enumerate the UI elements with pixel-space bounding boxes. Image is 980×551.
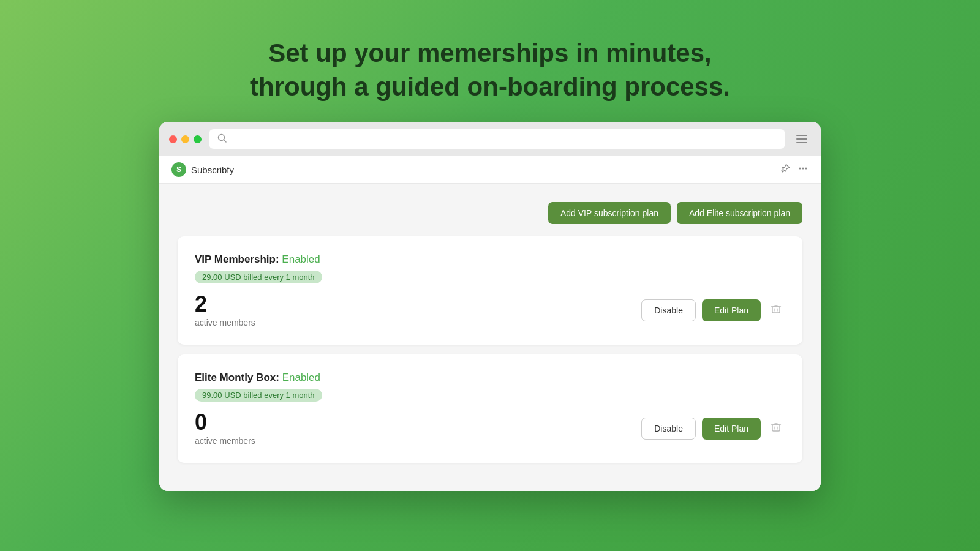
close-button[interactable] <box>169 135 177 143</box>
elite-edit-button[interactable]: Edit Plan <box>702 418 761 440</box>
elite-members: 0 active members <box>195 411 255 446</box>
traffic-lights <box>169 135 202 143</box>
pin-icon[interactable] <box>780 163 790 176</box>
svg-rect-10 <box>772 425 780 431</box>
svg-line-1 <box>224 140 226 142</box>
main-content: Add VIP subscription plan Add Elite subs… <box>159 184 821 491</box>
elite-count-label: active members <box>195 436 255 446</box>
hero-line2: through a guided on-boarding process. <box>250 72 730 101</box>
elite-plan-title: Elite Montly Box: Enabled <box>195 372 785 384</box>
vip-disable-button[interactable]: Disable <box>641 299 696 321</box>
svg-point-4 <box>805 168 807 170</box>
vip-count: 2 <box>195 293 255 315</box>
menu-line <box>796 138 807 140</box>
vip-plan-actions: Disable Edit Plan <box>641 299 785 321</box>
elite-plan-card: Elite Montly Box: Enabled 99.00 USD bill… <box>178 354 802 463</box>
elite-plan-badge: 99.00 USD billed every 1 month <box>195 389 322 402</box>
address-bar[interactable] <box>209 129 785 149</box>
vip-plan-bottom: 2 active members Disable Edit Plan <box>195 293 785 328</box>
app-icon: S <box>172 162 186 177</box>
action-bar: Add VIP subscription plan Add Elite subs… <box>178 202 802 224</box>
svg-point-3 <box>802 168 804 170</box>
elite-delete-button[interactable] <box>767 418 785 440</box>
nav-actions <box>780 163 809 176</box>
svg-point-2 <box>799 168 801 170</box>
vip-members: 2 active members <box>195 293 255 328</box>
app-brand: S Subscribfy <box>172 162 234 177</box>
hero-section: Set up your memerships in minutes, throu… <box>250 37 730 103</box>
elite-disable-button[interactable]: Disable <box>641 418 696 440</box>
maximize-button[interactable] <box>194 135 202 143</box>
add-vip-button[interactable]: Add VIP subscription plan <box>548 202 671 224</box>
elite-plan-bottom: 0 active members Disable Edit Plan <box>195 411 785 446</box>
vip-count-label: active members <box>195 318 255 328</box>
vip-edit-button[interactable]: Edit Plan <box>702 299 761 321</box>
app-navbar: S Subscribfy <box>159 156 821 184</box>
menu-line <box>796 142 807 143</box>
more-options-icon[interactable] <box>797 163 809 176</box>
elite-plan-actions: Disable Edit Plan <box>641 418 785 440</box>
vip-plan-badge: 29.00 USD billed every 1 month <box>195 271 322 283</box>
elite-count: 0 <box>195 411 255 433</box>
vip-plan-card: VIP Membership: Enabled 29.00 USD billed… <box>178 236 802 345</box>
browser-titlebar <box>159 122 821 156</box>
menu-line <box>796 135 807 136</box>
svg-rect-5 <box>772 307 780 313</box>
add-elite-button[interactable]: Add Elite subscription plan <box>677 202 802 224</box>
vip-plan-title: VIP Membership: Enabled <box>195 253 785 266</box>
vip-delete-button[interactable] <box>767 300 785 321</box>
search-icon <box>217 133 227 144</box>
browser-window: S Subscribfy Add VIP subscription pla <box>159 122 821 491</box>
browser-menu-button[interactable] <box>793 131 811 147</box>
hero-line1: Set up your memerships in minutes, <box>268 39 712 67</box>
minimize-button[interactable] <box>181 135 189 143</box>
app-name: Subscribfy <box>191 165 234 175</box>
